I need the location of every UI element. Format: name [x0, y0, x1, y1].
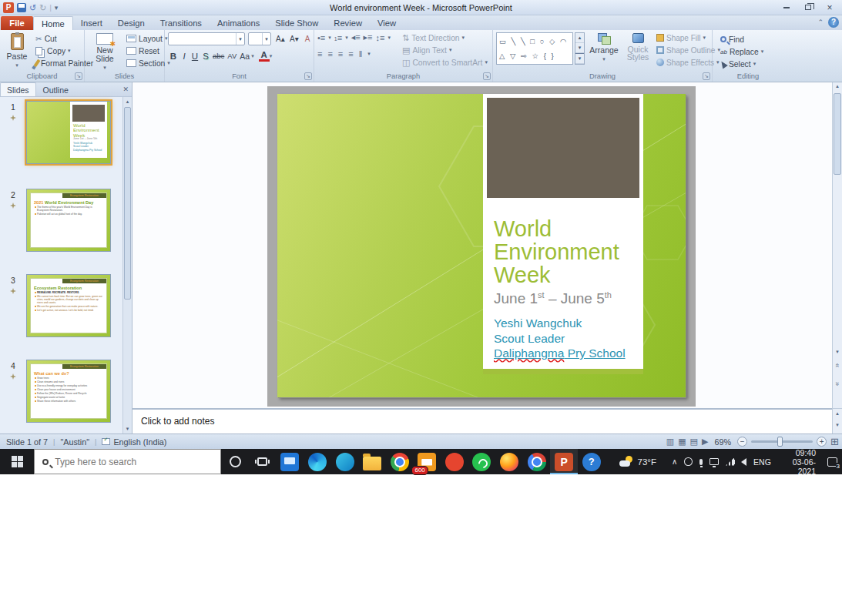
gallery-more-icon[interactable]: ▾ [575, 53, 584, 64]
zoom-level[interactable]: 69% [714, 437, 731, 447]
scrollbar-thumb[interactable] [124, 107, 131, 300]
notification-center-icon[interactable]: 3 [827, 457, 837, 467]
language-indicator[interactable]: ENG [753, 457, 771, 467]
clear-formatting-button[interactable]: A [302, 32, 313, 45]
character-spacing-button[interactable]: AV [226, 49, 238, 62]
justify-icon[interactable]: ≡ [348, 49, 353, 59]
redo-icon[interactable]: ↻ [39, 2, 46, 13]
convert-smartart-button[interactable]: ◫Convert to SmartArt▾ [401, 56, 489, 69]
shape-fill-button[interactable]: Shape Fill▾ [655, 32, 722, 44]
normal-view-icon[interactable]: ▥ [666, 437, 674, 447]
cortana-button[interactable] [221, 449, 249, 474]
quick-styles-button[interactable]: Quick Styles [621, 31, 655, 71]
undo-icon[interactable]: ↺ [29, 2, 36, 13]
zoom-in-icon[interactable]: + [817, 437, 827, 447]
notes-placeholder[interactable]: Click to add notes [141, 416, 214, 427]
save-icon[interactable] [17, 3, 26, 12]
align-center-icon[interactable]: ≡ [327, 49, 332, 59]
taskbar-app-chrome[interactable] [386, 449, 414, 474]
close-button[interactable]: × [819, 0, 840, 15]
next-slide-button[interactable]: » [833, 380, 842, 387]
scrollbar-thumb[interactable] [834, 93, 841, 175]
tab-transitions[interactable]: Transitions [153, 16, 210, 30]
meet-now-icon[interactable] [684, 457, 692, 466]
volume-icon[interactable] [741, 458, 746, 466]
paragraph-dialog-launcher-icon[interactable]: ↘ [483, 72, 491, 80]
text-direction-button[interactable]: ⇅Text Direction▾ [401, 32, 489, 44]
slide-title[interactable]: World Environment Week [494, 217, 619, 286]
slide-thumbnail-1[interactable]: World Environment Week June 1st – June 5… [26, 101, 111, 164]
taskbar-app-explorer[interactable] [358, 449, 386, 474]
arrange-button[interactable]: Arrange▾ [587, 31, 621, 71]
strikethrough-button[interactable]: abc [211, 49, 226, 62]
align-text-button[interactable]: ▤Align Text▾ [401, 44, 489, 56]
drawing-dialog-launcher-icon[interactable]: ↘ [703, 72, 710, 80]
scroll-up-icon[interactable]: ▴ [833, 83, 842, 89]
taskbar-app-whatsapp[interactable] [468, 449, 496, 474]
slide-subtitle[interactable]: Yeshi Wangchuk Scout Leader Daliphangma … [494, 316, 626, 361]
shapes-gallery[interactable]: ▭ ╲ ╲ □ ○ ◇ ◠ △ ▽ ⇨ ☆ { } [496, 32, 573, 65]
taskbar-app-monitor[interactable] [277, 449, 304, 474]
font-size-combo[interactable]: ▾ [248, 32, 271, 45]
scroll-up-icon[interactable]: ▴ [123, 97, 132, 106]
new-slide-button[interactable]: New Slide▾ [88, 31, 122, 71]
slide-thumbnail-2[interactable]: Ecosystem Restoration 2021 World Environ… [26, 189, 111, 252]
search-input[interactable] [55, 457, 209, 467]
shape-outline-button[interactable]: Shape Outline▾ [655, 44, 722, 56]
slide-editor-canvas[interactable]: World Environment Week June 1st – June 5… [133, 82, 832, 408]
slide-canvas[interactable]: World Environment Week June 1st – June 5… [277, 94, 686, 397]
scroll-up-icon[interactable]: ▴ [575, 33, 584, 43]
minimize-button[interactable] [776, 0, 797, 15]
taskbar-app-media[interactable] [441, 449, 468, 474]
grow-font-button[interactable]: A▴ [274, 32, 287, 45]
slideshow-icon[interactable]: ▶ [702, 437, 708, 447]
zoom-slider-thumb[interactable] [777, 437, 783, 447]
taskbar-app-edge[interactable] [304, 449, 331, 474]
panel-scrollbar[interactable]: ▴ ▾ [122, 97, 132, 434]
powerpoint-icon[interactable]: P [3, 2, 14, 13]
hidden-icons-icon[interactable]: ∧ [672, 457, 677, 466]
decrease-indent-icon[interactable]: ◂≡ [351, 32, 361, 42]
replace-button[interactable]: abReplace▾ [719, 45, 765, 58]
scroll-down-icon[interactable]: ▾ [123, 424, 132, 434]
language-indicator[interactable]: English (India) [113, 437, 166, 447]
tab-slide-show[interactable]: Slide Show [267, 16, 326, 30]
notes-scroll-down-icon[interactable]: ▾ [833, 422, 842, 428]
text-shadow-button[interactable]: S [200, 49, 211, 62]
zoom-slider[interactable] [751, 440, 813, 443]
align-left-icon[interactable]: ≡ [317, 49, 322, 59]
increase-indent-icon[interactable]: ▸≡ [364, 32, 373, 42]
tab-view[interactable]: View [370, 16, 404, 30]
tab-home[interactable]: Home [33, 16, 73, 30]
taskbar-app-powerpoint[interactable]: P [550, 449, 578, 474]
shapes-scrollbar[interactable]: ▴ ▾ ▾ [575, 32, 585, 65]
change-case-button[interactable]: Aa [238, 49, 251, 62]
mic-icon[interactable] [699, 459, 703, 465]
help-icon[interactable]: ? [828, 17, 839, 28]
slide-thumbnail-3[interactable]: Ecosystem Restoration Ecosystem Restorat… [26, 274, 111, 337]
previous-slide-button[interactable]: « [833, 361, 842, 369]
tab-design[interactable]: Design [110, 16, 153, 30]
restore-button[interactable] [797, 0, 819, 15]
taskbar-app-help[interactable]: ? [578, 449, 606, 474]
tab-animations[interactable]: Animations [210, 16, 267, 30]
clipboard-dialog-launcher-icon[interactable]: ↘ [75, 72, 82, 80]
paste-button[interactable]: Paste▾ [2, 31, 32, 71]
slide-thumbnail-4[interactable]: Ecosystem Restoration What can we do? Gr… [26, 360, 111, 423]
taskbar-app-gbrowser[interactable] [523, 449, 551, 474]
tab-slides-pane[interactable]: Slides [0, 82, 36, 96]
select-button[interactable]: Select▾ [719, 58, 765, 70]
shrink-font-button[interactable]: A▾ [288, 32, 300, 45]
taskbar-app-firefox[interactable] [495, 449, 523, 474]
title-panel[interactable]: World Environment Week June 1st – June 5… [483, 94, 643, 369]
font-dialog-launcher-icon[interactable]: ↘ [304, 72, 312, 80]
notes-pane[interactable]: Click to add notes [133, 408, 832, 434]
taskbar-search[interactable] [34, 449, 221, 474]
underline-button[interactable]: U [190, 49, 200, 62]
slide-date[interactable]: June 1st – June 5th [494, 290, 612, 307]
fit-window-icon[interactable]: ⊞ [830, 436, 839, 447]
notes-scroll-up-icon[interactable]: ▴ [833, 410, 842, 417]
columns-icon[interactable]: ‖ [359, 49, 363, 59]
slide-sorter-icon[interactable]: ▦ [678, 437, 686, 447]
vertical-scrollbar[interactable]: ▴ ▾ « » ▴ ▾ [832, 82, 842, 434]
